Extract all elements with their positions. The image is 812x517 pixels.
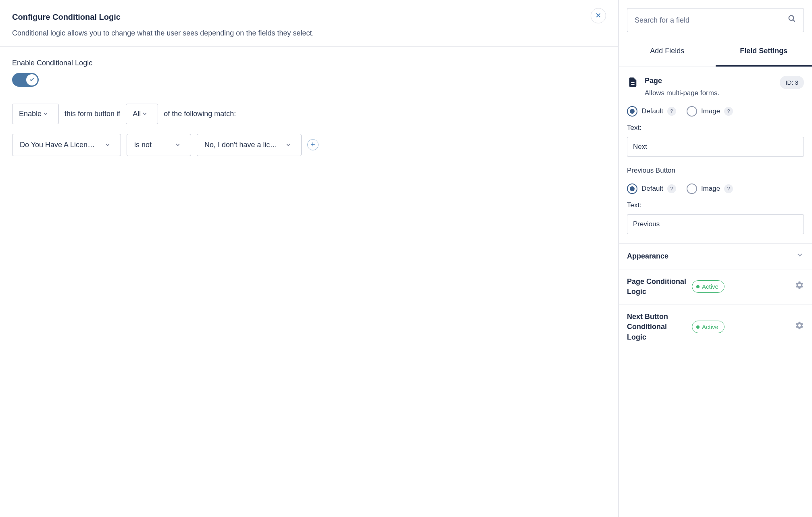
radio-label: Image bbox=[701, 106, 720, 116]
section-title: Next Button Conditional Logic bbox=[627, 312, 686, 342]
next-type-default-radio[interactable] bbox=[627, 106, 637, 117]
field-name: Page bbox=[645, 76, 773, 86]
page-conditional-logic-section[interactable]: Page Conditional Logic Active bbox=[619, 269, 812, 304]
search-field[interactable] bbox=[627, 8, 804, 32]
tab-label: Field Settings bbox=[740, 47, 787, 55]
sidebar: Add Fields Field Settings Page Allows mu… bbox=[618, 0, 812, 517]
rule-operator-label: is not bbox=[134, 140, 152, 150]
gear-icon[interactable] bbox=[795, 321, 804, 333]
rule-row: Do You Have A Licen… is not No, I don't … bbox=[12, 134, 606, 156]
configure-panel: Configure Conditional Logic Conditional … bbox=[0, 0, 618, 517]
enable-label: Enable Conditional Logic bbox=[12, 58, 606, 68]
search-input[interactable] bbox=[635, 16, 783, 25]
next-button-type-row: Default ? Image ? bbox=[627, 106, 804, 117]
prev-text-label: Text: bbox=[627, 200, 804, 210]
status-badge: Active bbox=[692, 280, 725, 293]
rule-field-label: Do You Have A Licen… bbox=[20, 140, 95, 150]
gear-icon[interactable] bbox=[795, 281, 804, 292]
help-icon[interactable]: ? bbox=[667, 107, 676, 116]
help-icon[interactable]: ? bbox=[724, 107, 733, 116]
enable-toggle[interactable] bbox=[12, 73, 39, 87]
add-rule-button[interactable] bbox=[307, 139, 319, 150]
page-icon bbox=[627, 77, 638, 91]
action-select[interactable]: Enable bbox=[12, 104, 59, 124]
general-panel: Page Allows multi-page forms. ID: 3 Defa… bbox=[619, 67, 812, 243]
prev-type-default-radio[interactable] bbox=[627, 183, 637, 194]
rule-value-label: No, I don't have a lic… bbox=[204, 140, 277, 150]
svg-point-0 bbox=[789, 16, 794, 21]
radio-label: Default bbox=[641, 106, 663, 116]
rule-field-select[interactable]: Do You Have A Licen… bbox=[12, 134, 121, 156]
next-type-image-radio[interactable] bbox=[687, 106, 697, 117]
tab-label: Add Fields bbox=[650, 47, 684, 55]
search-icon bbox=[787, 14, 796, 26]
section-title: Page Conditional Logic bbox=[627, 277, 686, 297]
status-dot-icon bbox=[696, 325, 700, 329]
appearance-section[interactable]: Appearance bbox=[619, 244, 812, 269]
rule-value-select[interactable]: No, I don't have a lic… bbox=[197, 134, 302, 156]
sentence-text-2: of the following match: bbox=[164, 109, 236, 119]
status-text: Active bbox=[702, 323, 718, 331]
tab-add-fields[interactable]: Add Fields bbox=[619, 37, 716, 67]
configure-header: Configure Conditional Logic Conditional … bbox=[0, 0, 618, 47]
scope-select-label: All bbox=[133, 109, 141, 119]
next-text-label: Text: bbox=[627, 123, 804, 133]
sentence-text-1: this form button if bbox=[65, 109, 120, 119]
action-select-label: Enable bbox=[19, 109, 42, 119]
tab-field-settings[interactable]: Field Settings bbox=[716, 37, 812, 67]
scope-select[interactable]: All bbox=[126, 104, 158, 124]
previous-button-label: Previous Button bbox=[627, 166, 804, 175]
status-text: Active bbox=[702, 282, 718, 291]
appearance-label: Appearance bbox=[627, 251, 790, 261]
sentence-row: Enable this form button if All of the fo… bbox=[12, 104, 606, 124]
tabs: Add Fields Field Settings bbox=[619, 37, 812, 67]
rule-operator-select[interactable]: is not bbox=[127, 134, 191, 156]
prev-text-input[interactable] bbox=[627, 214, 804, 234]
status-badge: Active bbox=[692, 321, 725, 333]
field-desc: Allows multi-page forms. bbox=[645, 88, 773, 98]
radio-label: Default bbox=[641, 184, 663, 194]
prev-button-type-row: Default ? Image ? bbox=[627, 183, 804, 194]
configure-subtitle: Conditional logic allows you to change w… bbox=[12, 28, 606, 38]
radio-label: Image bbox=[701, 184, 720, 194]
next-button-conditional-logic-section[interactable]: Next Button Conditional Logic Active bbox=[619, 304, 812, 350]
prev-type-image-radio[interactable] bbox=[687, 183, 697, 194]
close-icon bbox=[595, 12, 602, 20]
close-button[interactable] bbox=[591, 8, 606, 23]
status-dot-icon bbox=[696, 285, 700, 288]
help-icon[interactable]: ? bbox=[667, 184, 676, 193]
toggle-knob bbox=[26, 74, 37, 85]
field-id-badge: ID: 3 bbox=[780, 76, 804, 89]
check-icon bbox=[29, 75, 35, 85]
chevron-down-icon bbox=[796, 251, 804, 262]
plus-icon bbox=[310, 142, 316, 148]
next-text-input[interactable] bbox=[627, 137, 804, 157]
help-icon[interactable]: ? bbox=[724, 184, 733, 193]
configure-title: Configure Conditional Logic bbox=[12, 11, 606, 23]
